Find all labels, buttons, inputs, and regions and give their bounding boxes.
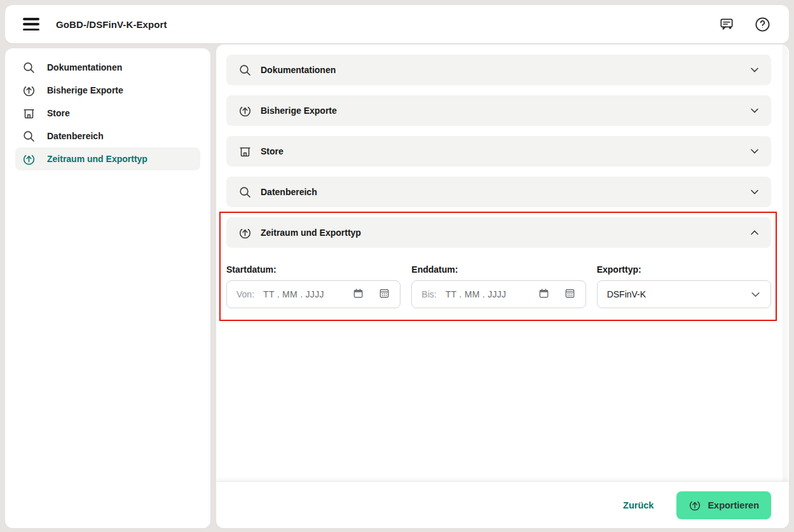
feedback-note-icon[interactable] <box>718 15 736 33</box>
start-date-field-group: Startdatum: Von: TT . MM . JJJJ <box>226 264 400 308</box>
start-date-label: Startdatum: <box>226 264 400 275</box>
sidebar-item-label: Bisherige Exporte <box>47 85 123 95</box>
page-title: GoBD-/DSFinV-K-Export <box>56 19 167 30</box>
chevron-down-icon <box>750 289 761 300</box>
chevron-down-icon[interactable] <box>750 65 760 75</box>
sidebar-item-label: Store <box>47 108 70 118</box>
upload-icon <box>22 152 36 166</box>
end-date-input[interactable]: Bis: TT . MM . JJJJ <box>411 280 585 308</box>
sidebar-item-label: Dokumentationen <box>47 62 122 72</box>
start-date-prefix: Von: <box>236 289 254 299</box>
start-date-placeholder: TT . MM . JJJJ <box>263 289 324 299</box>
sidebar-item-dokumentationen[interactable]: Dokumentationen <box>15 56 200 79</box>
end-date-field-group: Enddatum: Bis: TT . MM . JJJJ <box>411 264 585 308</box>
accordion-label: Dokumentationen <box>261 65 336 75</box>
sidebar-item-zeitraum-und-exporttyp[interactable]: Zeitraum und Exporttyp <box>15 147 200 170</box>
accordion-zeitraum-und-exporttyp[interactable]: Zeitraum und Exporttyp <box>226 217 771 248</box>
store-icon <box>22 106 36 120</box>
export-type-select[interactable]: DSFinV-K <box>597 280 771 308</box>
calendar-icon[interactable] <box>352 287 364 301</box>
back-button[interactable]: Zurück <box>623 500 654 510</box>
calendar-icon[interactable] <box>538 287 550 301</box>
accordion-label: Datenbereich <box>261 187 317 197</box>
search-icon <box>238 63 252 77</box>
upload-icon <box>238 104 252 118</box>
upload-icon <box>22 83 36 97</box>
accordion-bisherige-exporte[interactable]: Bisherige Exporte <box>226 95 771 126</box>
calendar-grid-icon[interactable] <box>378 287 390 301</box>
start-date-input[interactable]: Von: TT . MM . JJJJ <box>226 280 400 308</box>
accordion-label: Zeitraum und Exporttyp <box>261 228 361 238</box>
chevron-down-icon[interactable] <box>750 106 760 116</box>
hamburger-menu-icon[interactable] <box>23 18 39 31</box>
chevron-down-icon[interactable] <box>750 187 760 197</box>
calendar-grid-icon[interactable] <box>564 287 576 301</box>
search-icon <box>22 60 36 74</box>
accordion-label: Store <box>261 146 284 156</box>
accordion-label: Bisherige Exporte <box>261 106 337 116</box>
search-icon <box>22 129 36 143</box>
upload-icon <box>238 226 252 240</box>
sidebar: Dokumentationen Bisherige Exporte Store … <box>5 48 210 528</box>
upload-icon <box>688 499 701 512</box>
chevron-down-icon[interactable] <box>750 146 760 156</box>
sidebar-item-bisherige-exporte[interactable]: Bisherige Exporte <box>15 79 200 102</box>
export-button-label: Exportieren <box>708 500 759 510</box>
main-panel: Dokumentationen Bisherige Exporte Store <box>216 44 789 528</box>
chevron-up-icon[interactable] <box>750 228 760 238</box>
search-icon <box>238 185 252 199</box>
export-type-label: Exporttyp: <box>597 264 771 275</box>
app-header: GoBD-/DSFinV-K-Export <box>5 5 789 43</box>
end-date-prefix: Bis: <box>421 289 436 299</box>
export-form: Startdatum: Von: TT . MM . JJJJ <box>226 264 771 308</box>
action-footer: Zurück Exportieren <box>216 481 789 528</box>
end-date-label: Enddatum: <box>411 264 585 275</box>
annotation-highlight-box: Zeitraum und Exporttyp Startdatum: Von: … <box>219 212 777 321</box>
store-icon <box>238 144 252 158</box>
sidebar-item-label: Zeitraum und Exporttyp <box>47 154 147 164</box>
accordion-dokumentationen[interactable]: Dokumentationen <box>226 55 771 85</box>
accordion-datenbereich[interactable]: Datenbereich <box>226 177 771 207</box>
export-type-field-group: Exporttyp: DSFinV-K <box>597 264 771 308</box>
sidebar-item-datenbereich[interactable]: Datenbereich <box>15 125 200 147</box>
scrollbar-track[interactable] <box>783 44 788 528</box>
accordion-store[interactable]: Store <box>226 136 771 167</box>
end-date-placeholder: TT . MM . JJJJ <box>446 289 507 299</box>
export-button[interactable]: Exportieren <box>676 491 771 519</box>
sidebar-item-label: Datenbereich <box>47 131 104 141</box>
sidebar-item-store[interactable]: Store <box>15 102 200 125</box>
help-icon[interactable] <box>753 15 771 33</box>
export-type-value: DSFinV-K <box>607 289 646 299</box>
